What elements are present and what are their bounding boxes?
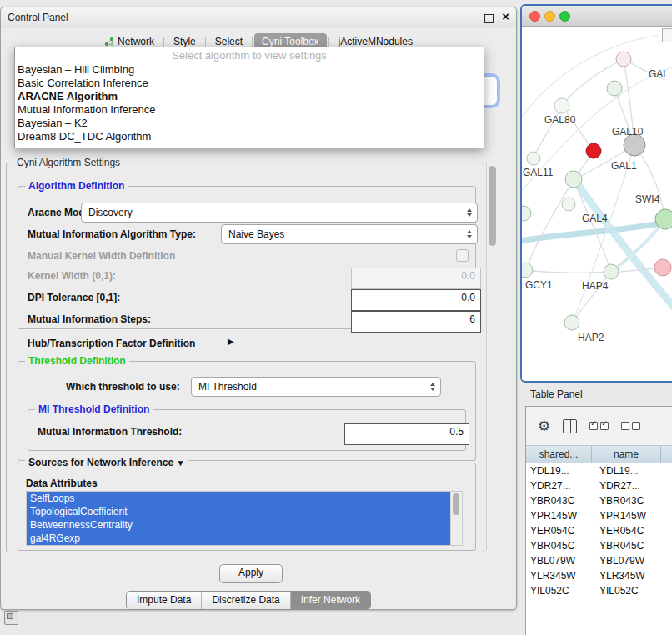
network-view-window: GALGAL80GAL10GAL11GAL1SWI4GAL4GCY1HAP4HA…	[520, 4, 672, 382]
table-row[interactable]: YIL052CYIL052C	[526, 583, 672, 598]
table-cell: YBR045C	[526, 540, 595, 552]
network-node[interactable]	[607, 81, 622, 96]
node-label-gcy1: GCY1	[525, 279, 553, 291]
column-header-shared[interactable]: shared...	[526, 446, 592, 462]
network-node[interactable]	[522, 206, 531, 221]
minimized-panel-icon[interactable]	[4, 611, 18, 625]
table-row[interactable]: YBR043CYBR043C	[526, 493, 672, 508]
network-node[interactable]	[654, 259, 671, 276]
aracne-mode-value: Discovery	[88, 207, 133, 218]
collapsed-arrow-icon[interactable]: ▶	[228, 337, 234, 346]
table-cell: YDL19...	[526, 465, 595, 477]
kernel-width-field[interactable]: 0.0	[351, 268, 481, 289]
table-cell: YLR345W	[595, 570, 668, 582]
tab-separator	[252, 37, 253, 48]
node-label-gal1: GAL1	[611, 160, 637, 172]
table-body: YDL19...YDL19...13YDR27...YDR27...12YBR0…	[526, 463, 672, 598]
table-cell: 12	[668, 480, 672, 492]
canvas-corner-widget[interactable]	[662, 28, 672, 42]
list-scrollbar-thumb[interactable]	[453, 493, 459, 515]
table-cell: 9.	[668, 510, 672, 522]
apply-button[interactable]: Apply	[219, 564, 283, 583]
list-scrollbar[interactable]	[450, 492, 462, 545]
table-cell: YPR145W	[526, 510, 595, 522]
unchecked-pair-icon[interactable]	[621, 422, 640, 430]
table-row[interactable]: YPR145WYPR145W9.	[526, 508, 672, 523]
table-cell: YBL079W	[526, 555, 595, 567]
table-toolbar: ⚙	[526, 407, 672, 446]
which-threshold-value: MI Threshold	[198, 381, 257, 392]
hub-section-label[interactable]: Hub/Transcription Factor Definition	[28, 338, 195, 349]
network-window-titlebar[interactable]	[522, 6, 672, 27]
network-node-hap2[interactable]	[564, 315, 579, 330]
network-icon	[104, 37, 114, 47]
bottom-tab-infer-network[interactable]: Infer Network	[290, 592, 370, 609]
network-node-hap4[interactable]	[604, 264, 619, 279]
network-graph[interactable]: GALGAL80GAL10GAL11GAL1SWI4GAL4GCY1HAP4HA…	[522, 27, 672, 380]
algorithm-option-dream8-dc-tdc-algorithm[interactable]: Dream8 DC_TDC Algorithm	[15, 130, 484, 143]
expanded-arrow-icon[interactable]: ▼	[176, 458, 184, 468]
close-traffic-light[interactable]	[529, 11, 540, 22]
minimize-traffic-light[interactable]	[544, 11, 555, 22]
table-row[interactable]: YDR27...YDR27...12	[526, 478, 672, 493]
table-row[interactable]: YDL19...YDL19...13	[526, 463, 672, 478]
checked-pair-icon[interactable]	[589, 422, 609, 430]
network-node-gal10[interactable]	[586, 143, 601, 158]
bottom-tab-impute-data[interactable]: Impute Data	[127, 592, 201, 609]
network-node-swi4[interactable]	[655, 209, 672, 229]
scrollbar-thumb[interactable]	[489, 166, 496, 246]
settings-scrollbar[interactable]	[486, 162, 498, 551]
dpi-tolerance-field[interactable]: 0.0	[351, 289, 481, 311]
table-cell: 13	[668, 465, 672, 477]
algorithm-option-mutual-information-inference[interactable]: Mutual Information Inference	[15, 103, 484, 117]
network-canvas[interactable]: GALGAL80GAL10GAL11GAL1SWI4GAL4GCY1HAP4HA…	[522, 27, 672, 380]
data-attributes-list[interactable]: SelfLoopsTopologicalCoefficientBetweenne…	[26, 491, 463, 546]
network-node[interactable]	[562, 198, 575, 211]
mi-threshold-field[interactable]: 0.5	[344, 423, 469, 445]
network-node-gal1[interactable]	[565, 171, 582, 188]
table-cell: YIL052C	[595, 585, 668, 597]
algorithm-option-aracne-algorithm[interactable]: ARACNE Algorithm	[15, 90, 484, 103]
algorithm-option-basic-correlation-inference[interactable]: Basic Correlation Inference	[15, 77, 484, 90]
bottom-tab-discretize-data[interactable]: Discretize Data	[201, 592, 289, 609]
column-header-name[interactable]: name	[592, 446, 661, 462]
table-cell: YER054C	[526, 525, 595, 537]
table-cell: 8.	[668, 525, 672, 537]
mi-type-combobox[interactable]: Naive Bayes	[221, 224, 478, 244]
network-node[interactable]	[554, 98, 569, 113]
gear-icon[interactable]: ⚙	[538, 419, 550, 433]
node-label-gal: GAL	[649, 68, 669, 80]
attribute-item-betweennesscentrality[interactable]: BetweennessCentrality	[27, 518, 451, 532]
table-row[interactable]: YER054CYER054C8.	[526, 523, 672, 538]
network-node[interactable]	[616, 52, 631, 67]
attribute-item-topologicalcoefficient[interactable]: TopologicalCoefficient	[27, 505, 451, 518]
table-cell: YBL079W	[595, 555, 668, 567]
node-label-gal80: GAL80	[544, 114, 576, 126]
network-node[interactable]	[527, 152, 540, 165]
network-node-gcy1[interactable]	[522, 262, 533, 278]
table-row[interactable]: YBR045CYBR045C9.	[526, 538, 672, 553]
sources-group-title[interactable]: Sources for Network Inference ▼	[25, 457, 188, 468]
float-window-icon[interactable]	[484, 14, 494, 22]
node-label-hap2: HAP2	[578, 332, 604, 343]
mi-steps-field[interactable]: 6	[351, 311, 481, 332]
control-panel-titlebar[interactable]: Control Panel ×	[1, 8, 516, 28]
zoom-traffic-light[interactable]	[559, 11, 570, 22]
table-row[interactable]: YBL079WYBL079W	[526, 553, 672, 568]
close-icon[interactable]: ×	[502, 10, 509, 23]
control-panel-window: Control Panel × NetworkStyleSelectCyni T…	[0, 7, 517, 610]
aracne-mode-combobox[interactable]: Discovery	[81, 202, 478, 222]
combo-arrows-icon	[467, 208, 472, 217]
attribute-item-gal4rgexp[interactable]: gal4RGexp	[27, 532, 451, 545]
algorithm-option-bayesian-k2[interactable]: Bayesian – K2	[15, 117, 484, 130]
columns-icon[interactable]	[563, 419, 577, 433]
which-threshold-combobox[interactable]: MI Threshold	[191, 377, 441, 397]
algorithm-option-bayesian-hill-climbing[interactable]: Bayesian – Hill Climbing	[15, 63, 484, 77]
manual-kernel-checkbox[interactable]	[456, 249, 469, 262]
column-header-3[interactable]	[661, 446, 672, 462]
table-panel-window: ⚙ shared...name YDL19...YDL19...13YDR27.…	[525, 406, 672, 635]
data-attributes-list-items: SelfLoopsTopologicalCoefficientBetweenne…	[27, 492, 451, 545]
attribute-item-selfloops[interactable]: SelfLoops	[27, 492, 451, 505]
panel-title: Control Panel	[8, 12, 68, 23]
table-row[interactable]: YLR345WYLR345W9.	[526, 568, 672, 583]
